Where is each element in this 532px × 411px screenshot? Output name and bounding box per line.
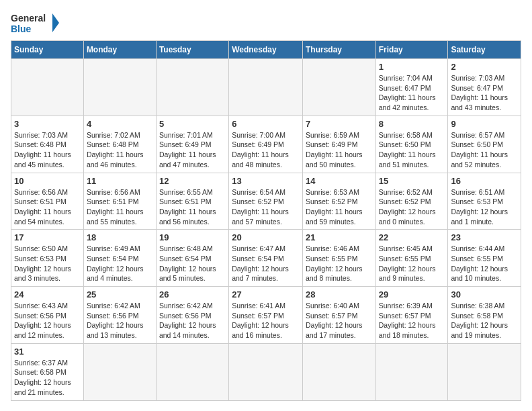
- day-number: 29: [379, 289, 445, 300]
- calendar-cell: [229, 59, 303, 116]
- day-info: Sunrise: 6:49 AM Sunset: 6:54 PM Dayligh…: [87, 244, 153, 283]
- calendar-week-row: 10Sunrise: 6:56 AM Sunset: 6:51 PM Dayli…: [11, 173, 521, 230]
- calendar-week-row: 24Sunrise: 6:43 AM Sunset: 6:56 PM Dayli…: [11, 287, 521, 344]
- day-info: Sunrise: 6:38 AM Sunset: 6:58 PM Dayligh…: [451, 301, 518, 340]
- calendar-cell: 1Sunrise: 7:04 AM Sunset: 6:47 PM Daylig…: [375, 59, 448, 116]
- calendar-cell: 21Sunrise: 6:46 AM Sunset: 6:55 PM Dayli…: [302, 230, 375, 287]
- calendar-cell: 7Sunrise: 6:59 AM Sunset: 6:49 PM Daylig…: [302, 116, 375, 173]
- logo: GeneralBlue: [11, 11, 64, 35]
- calendar-cell: 10Sunrise: 6:56 AM Sunset: 6:51 PM Dayli…: [11, 173, 84, 230]
- day-number: 12: [159, 176, 226, 186]
- day-number: 22: [379, 232, 445, 242]
- calendar-cell: 16Sunrise: 6:51 AM Sunset: 6:53 PM Dayli…: [448, 173, 521, 230]
- svg-marker-2: [52, 13, 59, 32]
- calendar-cell: 30Sunrise: 6:38 AM Sunset: 6:58 PM Dayli…: [448, 287, 521, 344]
- day-number: 4: [87, 119, 153, 129]
- day-number: 13: [232, 176, 300, 186]
- day-info: Sunrise: 6:42 AM Sunset: 6:56 PM Dayligh…: [159, 301, 226, 340]
- day-number: 2: [451, 62, 518, 72]
- calendar-cell: 3Sunrise: 7:03 AM Sunset: 6:48 PM Daylig…: [11, 116, 84, 173]
- calendar-cell: 4Sunrise: 7:02 AM Sunset: 6:48 PM Daylig…: [83, 116, 156, 173]
- day-number: 21: [306, 232, 373, 242]
- day-number: 3: [14, 119, 81, 129]
- day-info: Sunrise: 6:40 AM Sunset: 6:57 PM Dayligh…: [306, 301, 373, 340]
- calendar-cell: 23Sunrise: 6:44 AM Sunset: 6:55 PM Dayli…: [448, 230, 521, 287]
- day-number: 9: [451, 119, 518, 129]
- day-info: Sunrise: 6:43 AM Sunset: 6:56 PM Dayligh…: [14, 301, 81, 340]
- day-number: 24: [14, 289, 81, 300]
- day-number: 25: [87, 289, 153, 300]
- day-number: 26: [159, 289, 226, 300]
- calendar-week-row: 3Sunrise: 7:03 AM Sunset: 6:48 PM Daylig…: [11, 116, 521, 173]
- weekday-header: Sunday: [11, 41, 84, 59]
- calendar-cell: [11, 59, 84, 116]
- day-info: Sunrise: 6:54 AM Sunset: 6:52 PM Dayligh…: [232, 187, 300, 227]
- calendar-cell: 17Sunrise: 6:50 AM Sunset: 6:53 PM Dayli…: [11, 230, 84, 287]
- weekday-header: Saturday: [448, 41, 521, 59]
- day-number: 5: [159, 119, 226, 129]
- day-info: Sunrise: 7:00 AM Sunset: 6:49 PM Dayligh…: [232, 130, 300, 170]
- calendar-cell: 15Sunrise: 6:52 AM Sunset: 6:52 PM Dayli…: [375, 173, 448, 230]
- calendar-week-row: 17Sunrise: 6:50 AM Sunset: 6:53 PM Dayli…: [11, 230, 521, 287]
- calendar-cell: 18Sunrise: 6:49 AM Sunset: 6:54 PM Dayli…: [83, 230, 156, 287]
- calendar-cell: [448, 343, 521, 400]
- day-info: Sunrise: 7:02 AM Sunset: 6:48 PM Dayligh…: [87, 130, 153, 170]
- day-info: Sunrise: 7:03 AM Sunset: 6:47 PM Dayligh…: [451, 73, 518, 113]
- weekday-header: Tuesday: [156, 41, 228, 59]
- calendar-cell: 28Sunrise: 6:40 AM Sunset: 6:57 PM Dayli…: [302, 287, 375, 344]
- day-info: Sunrise: 6:48 AM Sunset: 6:54 PM Dayligh…: [159, 244, 226, 283]
- day-number: 30: [451, 289, 518, 300]
- day-number: 7: [306, 119, 373, 129]
- day-info: Sunrise: 6:55 AM Sunset: 6:51 PM Dayligh…: [159, 187, 226, 227]
- day-number: 11: [87, 176, 153, 186]
- calendar-cell: 14Sunrise: 6:53 AM Sunset: 6:52 PM Dayli…: [302, 173, 375, 230]
- day-info: Sunrise: 6:59 AM Sunset: 6:49 PM Dayligh…: [306, 130, 373, 170]
- day-info: Sunrise: 6:53 AM Sunset: 6:52 PM Dayligh…: [306, 187, 373, 227]
- calendar-cell: 12Sunrise: 6:55 AM Sunset: 6:51 PM Dayli…: [156, 173, 228, 230]
- calendar-cell: 25Sunrise: 6:42 AM Sunset: 6:56 PM Dayli…: [83, 287, 156, 344]
- calendar-cell: [83, 343, 156, 400]
- calendar-cell: 24Sunrise: 6:43 AM Sunset: 6:56 PM Dayli…: [11, 287, 84, 344]
- day-number: 6: [232, 119, 300, 129]
- weekday-header: Wednesday: [229, 41, 303, 59]
- day-info: Sunrise: 7:01 AM Sunset: 6:49 PM Dayligh…: [159, 130, 226, 170]
- calendar-cell: 26Sunrise: 6:42 AM Sunset: 6:56 PM Dayli…: [156, 287, 228, 344]
- day-number: 28: [306, 289, 373, 300]
- day-info: Sunrise: 6:41 AM Sunset: 6:57 PM Dayligh…: [232, 301, 300, 340]
- day-info: Sunrise: 6:57 AM Sunset: 6:50 PM Dayligh…: [451, 130, 518, 170]
- calendar-week-row: 1Sunrise: 7:04 AM Sunset: 6:47 PM Daylig…: [11, 59, 521, 116]
- day-info: Sunrise: 6:37 AM Sunset: 6:58 PM Dayligh…: [14, 358, 81, 398]
- day-number: 18: [87, 232, 153, 242]
- day-info: Sunrise: 6:39 AM Sunset: 6:57 PM Dayligh…: [379, 301, 445, 340]
- day-info: Sunrise: 6:50 AM Sunset: 6:53 PM Dayligh…: [14, 244, 81, 283]
- calendar-cell: [229, 343, 303, 400]
- day-info: Sunrise: 6:58 AM Sunset: 6:50 PM Dayligh…: [379, 130, 445, 170]
- day-number: 19: [159, 232, 226, 242]
- calendar-week-row: 31Sunrise: 6:37 AM Sunset: 6:58 PM Dayli…: [11, 343, 521, 400]
- day-number: 20: [232, 232, 300, 242]
- day-number: 23: [451, 232, 518, 242]
- day-info: Sunrise: 6:52 AM Sunset: 6:52 PM Dayligh…: [379, 187, 445, 227]
- day-number: 27: [232, 289, 300, 300]
- day-number: 8: [379, 119, 445, 129]
- calendar-cell: 2Sunrise: 7:03 AM Sunset: 6:47 PM Daylig…: [448, 59, 521, 116]
- day-number: 1: [379, 62, 445, 72]
- day-info: Sunrise: 6:51 AM Sunset: 6:53 PM Dayligh…: [451, 187, 518, 227]
- day-number: 16: [451, 176, 518, 186]
- day-number: 14: [306, 176, 373, 186]
- calendar-cell: 6Sunrise: 7:00 AM Sunset: 6:49 PM Daylig…: [229, 116, 303, 173]
- calendar-cell: 13Sunrise: 6:54 AM Sunset: 6:52 PM Dayli…: [229, 173, 303, 230]
- calendar: SundayMondayTuesdayWednesdayThursdayFrid…: [11, 40, 521, 401]
- calendar-cell: 31Sunrise: 6:37 AM Sunset: 6:58 PM Dayli…: [11, 343, 84, 400]
- day-info: Sunrise: 6:46 AM Sunset: 6:55 PM Dayligh…: [306, 244, 373, 283]
- calendar-cell: 22Sunrise: 6:45 AM Sunset: 6:55 PM Dayli…: [375, 230, 448, 287]
- weekday-header-row: SundayMondayTuesdayWednesdayThursdayFrid…: [11, 41, 521, 59]
- day-info: Sunrise: 6:56 AM Sunset: 6:51 PM Dayligh…: [14, 187, 81, 227]
- svg-text:Blue: Blue: [11, 24, 32, 34]
- weekday-header: Monday: [83, 41, 156, 59]
- weekday-header: Friday: [375, 41, 448, 59]
- day-info: Sunrise: 6:56 AM Sunset: 6:51 PM Dayligh…: [87, 187, 153, 227]
- calendar-cell: [375, 343, 448, 400]
- day-number: 10: [14, 176, 81, 186]
- day-info: Sunrise: 7:04 AM Sunset: 6:47 PM Dayligh…: [379, 73, 445, 113]
